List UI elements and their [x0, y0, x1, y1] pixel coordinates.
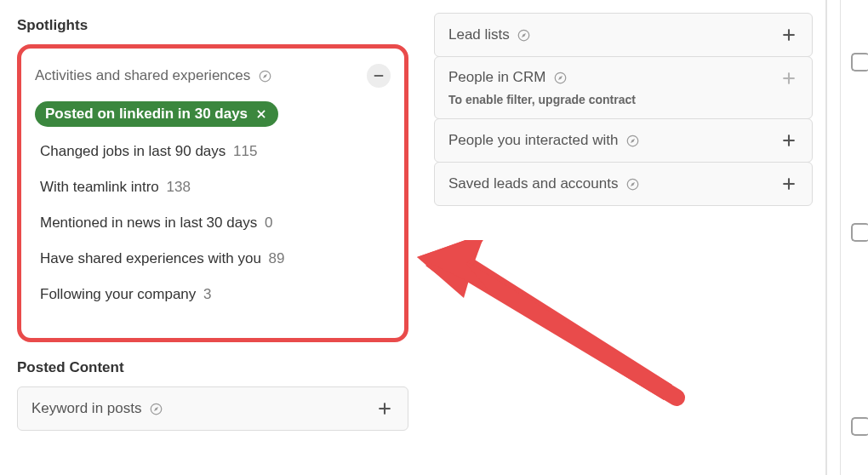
option-teamlink[interactable]: With teamlink intro 138	[35, 169, 391, 205]
svg-marker-10	[522, 33, 526, 37]
compass-icon	[517, 27, 532, 43]
expand-icon[interactable]	[779, 26, 798, 44]
option-mentioned-news[interactable]: Mentioned in news in last 30 days 0	[35, 205, 391, 241]
option-shared-exp[interactable]: Have shared experiences with you 89	[35, 241, 391, 277]
upgrade-contract-note: To enable filter, upgrade contract	[448, 93, 636, 106]
option-label: Changed jobs in last 90 days	[40, 143, 226, 159]
expand-icon[interactable]	[779, 131, 798, 150]
checkbox[interactable]	[851, 223, 868, 242]
expand-icon[interactable]	[375, 399, 394, 418]
spotlight-options: Changed jobs in last 90 days 115 With te…	[35, 134, 391, 312]
checkbox[interactable]	[851, 417, 868, 436]
option-label: Mentioned in news in last 30 days	[40, 215, 257, 231]
spotlight-activities-box: Activities and shared experiences Pos	[17, 44, 408, 342]
option-count: 115	[233, 143, 257, 159]
keyword-in-posts-card[interactable]: Keyword in posts	[17, 386, 408, 431]
compass-icon	[148, 401, 163, 416]
option-following-company[interactable]: Following your company 3	[35, 277, 391, 312]
people-in-crm-label: People in CRM	[448, 69, 545, 86]
svg-marker-18	[631, 139, 635, 143]
compass-icon	[552, 70, 568, 85]
compass-icon	[257, 68, 272, 83]
activities-title-row: Activities and shared experiences	[35, 67, 272, 84]
saved-leads-label: Saved leads and accounts	[448, 175, 618, 192]
compass-icon	[625, 133, 640, 148]
expand-icon[interactable]	[779, 175, 798, 193]
compass-icon	[625, 176, 640, 192]
posted-content-heading: Posted Content	[17, 359, 408, 376]
spotlights-heading: Spotlights	[17, 17, 408, 34]
svg-marker-22	[631, 182, 635, 186]
expand-icon-disabled	[779, 69, 798, 88]
svg-marker-1	[263, 74, 267, 78]
lead-lists-label: Lead lists	[448, 26, 510, 43]
checkbox[interactable]	[851, 53, 868, 72]
option-count: 0	[265, 215, 272, 231]
posted-linkedin-pill[interactable]: Posted on linkedin in 30 days	[35, 101, 278, 127]
lead-lists-card[interactable]: Lead lists	[434, 13, 813, 57]
option-label: With teamlink intro	[40, 179, 159, 195]
right-filters-column: Lead lists People in CRM	[434, 0, 813, 431]
right-rail	[825, 0, 868, 475]
keyword-in-posts-label: Keyword in posts	[31, 400, 141, 417]
svg-marker-14	[558, 76, 562, 80]
option-label: Following your company	[40, 286, 196, 302]
people-interacted-card[interactable]: People you interacted with	[434, 118, 813, 163]
option-count: 89	[269, 250, 285, 266]
people-interacted-label: People you interacted with	[448, 132, 618, 149]
people-in-crm-card[interactable]: People in CRM To enable filter, upgrade …	[434, 56, 813, 119]
pill-remove-button[interactable]	[254, 107, 268, 121]
option-count: 138	[167, 179, 191, 195]
option-count: 3	[203, 286, 211, 302]
saved-leads-card[interactable]: Saved leads and accounts	[434, 162, 813, 206]
collapse-button[interactable]	[367, 64, 391, 88]
spotlight-header: Activities and shared experiences	[35, 64, 391, 88]
svg-marker-6	[154, 407, 158, 411]
activities-title: Activities and shared experiences	[35, 67, 250, 84]
option-changed-jobs[interactable]: Changed jobs in last 90 days 115	[35, 134, 391, 169]
option-label: Have shared experiences with you	[40, 250, 261, 266]
pill-label: Posted on linkedin in 30 days	[45, 106, 248, 123]
